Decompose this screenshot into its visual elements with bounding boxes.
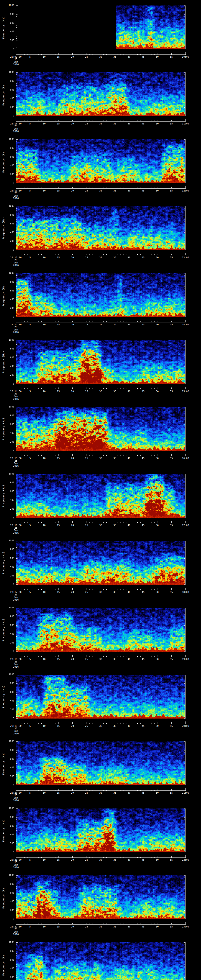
time-axis-line [16,724,186,724]
freq-major-tick [184,584,185,585]
x-tick-label: 15 [54,390,62,393]
x-tick-label: 40 [125,123,133,125]
time-major-tick [44,789,45,791]
time-minor-tick [180,121,180,121]
time-minor-tick [177,188,177,188]
time-minor-tick [84,589,84,590]
time-minor-tick [152,54,152,54]
spectrogram-panel: Frequency (Hz) 20:15:00 16:00 1000800600… [0,401,201,468]
time-minor-tick [106,656,107,657]
x-tick-label: 20 [69,390,77,393]
time-minor-tick [19,321,19,322]
freq-minor-tick [16,170,17,170]
freq-minor-tick [16,313,17,313]
date-line: 2016 [4,532,28,534]
y-tick-label: 200 [1,240,14,242]
freq-minor-tick [16,705,17,706]
time-minor-tick [98,924,98,924]
y-tick-label: 600 [1,892,14,894]
time-minor-tick [64,121,64,121]
time-minor-tick [98,54,98,54]
time-minor-tick [75,188,75,188]
x-tick-label: 55 [168,457,175,460]
time-minor-tick [81,188,81,188]
time-minor-tick [47,321,47,322]
time-minor-tick [180,790,180,791]
freq-major-tick [184,843,185,844]
time-minor-tick [183,121,183,121]
date-line: 2016 [4,197,28,200]
time-minor-tick [33,522,33,523]
y-tick-label: 1000 [1,941,14,943]
time-minor-tick [61,388,61,389]
x-tick-label: 35 [111,658,119,660]
x-tick-label: 45 [139,56,147,58]
x-tick-label: 25 [83,189,91,192]
freq-minor-tick [16,904,17,904]
spectrogram-panel: Frequency (Hz) 20:09:00 10:00 1000800600… [0,0,201,67]
x-tick-label: 30 [97,591,105,593]
freq-minor-tick [185,110,185,110]
y-tick-label: 0 [1,383,14,385]
y-tick-label: 400 [1,700,14,702]
freq-minor-tick [185,159,185,159]
time-minor-tick [64,455,64,456]
time-minor-tick [33,121,33,121]
freq-minor-tick [16,971,17,971]
x-tick-label: 35 [111,390,119,393]
time-major-tick [171,187,172,188]
y-tick-label: 400 [1,97,14,100]
time-minor-tick [177,589,177,590]
time-minor-tick [92,857,93,858]
time-major-tick [86,120,87,121]
freq-minor-tick [185,478,185,479]
time-major-tick [58,254,59,255]
freq-minor-tick [16,45,17,45]
time-minor-tick [152,656,152,657]
time-major-tick [157,588,158,590]
freq-minor-tick [16,880,17,880]
x-tick-label: 40 [125,323,133,326]
y-tick-label: 800 [1,13,14,16]
time-minor-tick [146,188,146,188]
end-time-label: 13:00 [178,256,193,259]
time-major-tick [171,789,172,791]
time-major-tick [58,789,59,791]
freq-minor-tick [16,610,17,610]
x-tick-label: 55 [168,792,175,794]
plot-area [16,541,185,585]
time-major-tick [86,454,87,456]
freq-minor-tick [16,770,17,770]
freq-minor-tick [185,507,185,507]
spectrogram-image [16,675,185,719]
time-minor-tick [146,388,146,389]
time-minor-tick [53,790,53,791]
time-minor-tick [53,388,53,389]
y-axis-title: Frequency (Hz) [2,608,5,652]
time-minor-tick [92,54,93,54]
time-minor-tick [112,656,112,657]
time-minor-tick [180,455,180,456]
y-tick-label: 800 [1,80,14,82]
time-minor-tick [38,54,39,54]
time-minor-tick [98,121,98,121]
time-minor-tick [84,924,84,924]
freq-minor-tick [185,177,185,177]
time-major-tick [44,388,45,389]
freq-minor-tick [185,578,185,578]
freq-major-tick [16,910,18,911]
freq-minor-tick [185,962,185,963]
freq-minor-tick [16,16,17,17]
date-line: 2016 [4,598,28,601]
time-major-tick [171,53,172,54]
y-tick-label: 1000 [1,205,14,207]
freq-minor-tick [16,420,17,420]
freq-minor-tick [185,101,185,101]
y-tick-label: 200 [1,909,14,912]
freq-minor-tick [185,571,185,572]
y-tick-label: 800 [1,950,14,952]
time-minor-tick [146,54,146,54]
time-minor-tick [38,188,39,188]
x-tick-label: 35 [111,123,119,125]
time-minor-tick [180,321,180,322]
